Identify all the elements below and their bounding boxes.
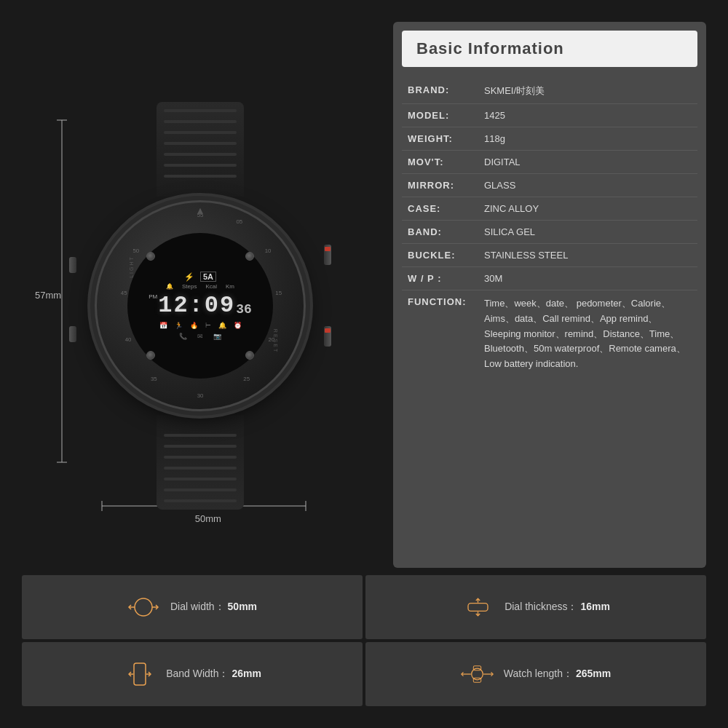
dial-thickness-svg (462, 597, 494, 617)
bluetooth-icon: ⚡ (184, 272, 194, 282)
info-label-7: BUCKLE: (408, 250, 484, 261)
dial-width-svg (127, 595, 159, 620)
mail-icon: ✉ (197, 333, 203, 340)
spec-dial-thickness-value: 16mm (580, 601, 609, 612)
info-row-8: W / P :30M (402, 267, 697, 290)
watch-length-icon (461, 662, 494, 687)
watch-container: 55 05 10 15 20 25 30 35 40 45 50 (62, 102, 339, 510)
info-label-6: BAND: (408, 226, 484, 237)
dimension-50mm-label: 50mm (195, 513, 221, 524)
watch-strap-bottom (157, 415, 244, 510)
info-row-9: FUNCTION:Time、week、date、 pedometer、Calor… (402, 290, 697, 378)
info-label-4: MIRROR: (408, 180, 484, 191)
crown-right-top[interactable] (324, 245, 331, 265)
info-value-4: GLASS (484, 180, 515, 191)
info-row-3: MOV'T:DIGITAL (402, 151, 697, 174)
pm-label: PM (149, 293, 157, 300)
bezel-reset-text: RESET (273, 329, 278, 353)
spec-watch-length-value: 265mm (576, 668, 611, 679)
info-value-9: Time、week、date、 pedometer、Calorie、Aims、d… (484, 296, 692, 372)
screw-tl (146, 252, 155, 261)
svg-text:10: 10 (265, 248, 272, 254)
svg-text:30: 30 (197, 392, 204, 399)
spec-dial-width-text: Dial width： 50mm (170, 601, 257, 614)
svg-text:05: 05 (237, 218, 243, 225)
screen-bottom-row: 📞 ✉ 📷 (179, 333, 221, 340)
camera-icon: 📷 (213, 333, 221, 340)
spec-watch-length-label: Watch length： (504, 668, 573, 679)
bell-icon: 🔔 (218, 322, 226, 329)
info-header-text: Basic Information (416, 39, 564, 58)
info-label-3: MOV'T: (408, 157, 484, 167)
spec-band-width-value: 26mm (232, 668, 261, 679)
info-rows: BRAND:SKMEI/时刻美MODEL:1425WEIGHT:118gMOV'… (402, 79, 697, 378)
calendar-icon: 📅 (159, 322, 167, 329)
info-row-2: WEIGHT:118g (402, 127, 697, 151)
info-row-5: CASE:ZINC ALLOY (402, 197, 697, 221)
screw-tr (245, 252, 254, 261)
spec-watch-length-text: Watch length： 265mm (504, 668, 611, 681)
svg-rect-21 (468, 604, 488, 612)
info-value-3: DIGITAL (484, 157, 521, 167)
watch-section: 57mm 50mm (22, 22, 379, 568)
svg-text:40: 40 (125, 336, 132, 343)
dimension-57mm-label: 57mm (35, 290, 61, 301)
screen-stats: 🔔 Steps Kcal Km (166, 283, 234, 290)
info-row-7: BUCKLE:STAINLESS STEEL (402, 244, 697, 267)
info-value-5: ZINC ALLOY (484, 203, 539, 214)
info-value-7: STAINLESS STEEL (484, 250, 568, 261)
day-badge: 5A (200, 272, 216, 282)
spec-dial-thickness-label: Dial thickness： (505, 601, 577, 612)
watch-length-svg (461, 664, 494, 684)
bezel-light-text: LIGHT (129, 256, 134, 278)
info-header: Basic Information (402, 31, 697, 67)
spec-band-width-text: Band Width： 26mm (166, 668, 261, 681)
screen-icons-row: 📅 🏃 🔥 ⊢ 🔔 ⏰ (159, 322, 242, 329)
crown-left-bottom[interactable] (69, 326, 76, 342)
info-label-2: WEIGHT: (408, 133, 484, 144)
info-value-1: 1425 (484, 110, 505, 121)
crown-left-top[interactable] (69, 257, 76, 273)
kcal-text: Kcal (205, 283, 217, 290)
info-label-9: FUNCTION: (408, 296, 484, 307)
spec-item-dial-width: Dial width： 50mm (22, 575, 363, 639)
info-value-6: SILICA GEL (484, 226, 535, 237)
svg-point-18 (135, 598, 152, 616)
time-main-display: 12:09 (158, 292, 235, 319)
km-text: Km (226, 283, 234, 290)
band-width-icon (123, 662, 156, 687)
specs-bar: Dial width： 50mm Dial thickness： 16mm (0, 568, 728, 713)
steps-label: 🔔 (166, 283, 173, 290)
screw-br (245, 351, 254, 360)
info-value-0: SKMEI/时刻美 (484, 84, 545, 98)
info-panel: Basic Information BRAND:SKMEI/时刻美MODEL:1… (393, 22, 706, 568)
info-label-0: BRAND: (408, 84, 484, 95)
spec-dial-thickness-text: Dial thickness： 16mm (505, 601, 610, 614)
info-row-4: MIRROR:GLASS (402, 174, 697, 197)
crown-right-bottom[interactable] (324, 326, 331, 347)
svg-text:25: 25 (243, 376, 250, 382)
info-label-5: CASE: (408, 203, 484, 214)
screen-top-row: ⚡ 5A (184, 272, 216, 282)
screw-bl (146, 351, 155, 360)
spec-item-watch-length: Watch length： 265mm (365, 642, 706, 706)
phone-icon: 📞 (179, 333, 187, 340)
dial-width-icon (127, 595, 160, 620)
spec-dial-width-value: 50mm (228, 601, 257, 612)
info-value-2: 118g (484, 133, 505, 144)
spec-item-band-width: Band Width： 26mm (22, 642, 363, 706)
spec-item-dial-thickness: Dial thickness： 16mm (365, 575, 706, 639)
time-display: PM 12:09 36 (149, 292, 252, 319)
svg-text:35: 35 (151, 376, 157, 382)
svg-text:50: 50 (133, 248, 140, 254)
band-width-svg (128, 660, 151, 688)
info-row-1: MODEL:1425 (402, 104, 697, 127)
info-label-8: W / P : (408, 273, 484, 284)
time-seconds-display: 36 (236, 302, 252, 317)
svg-text:15: 15 (275, 290, 282, 296)
spec-band-width-label: Band Width： (166, 668, 229, 679)
info-value-8: 30M (484, 273, 502, 284)
svg-rect-24 (134, 663, 146, 685)
watch-strap-top (157, 102, 244, 197)
main-content: 57mm 50mm (0, 0, 728, 568)
